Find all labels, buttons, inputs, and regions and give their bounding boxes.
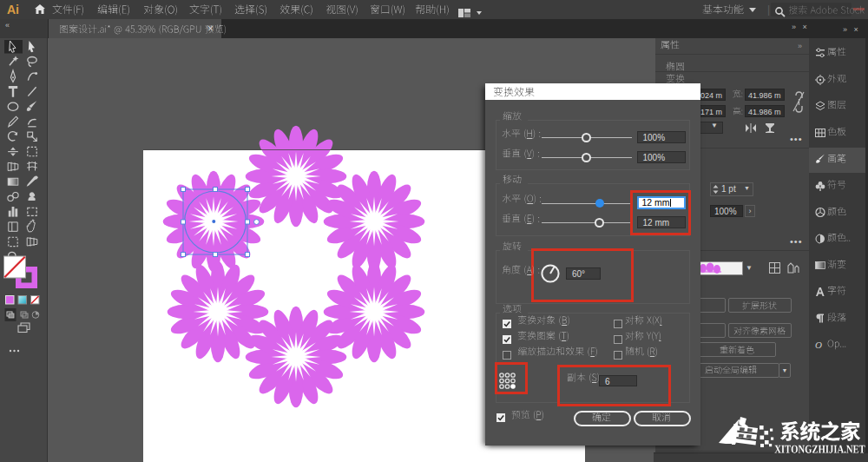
svg-text:O: O bbox=[815, 340, 822, 350]
